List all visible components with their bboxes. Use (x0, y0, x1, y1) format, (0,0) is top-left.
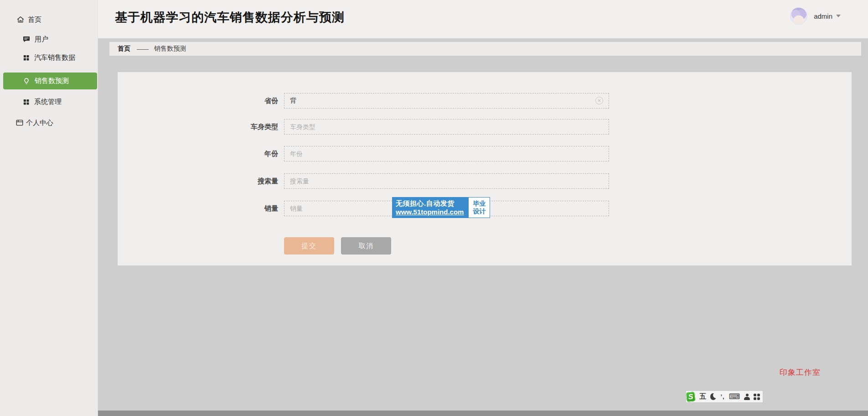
chevron-down-icon (836, 15, 841, 17)
watermark-badge-line1: 毕业 (473, 200, 486, 208)
moon-icon[interactable] (710, 393, 717, 400)
province-input[interactable] (284, 93, 609, 109)
sidebar-item-label: 首页 (28, 16, 41, 24)
breadcrumb-home[interactable]: 首页 (118, 45, 130, 53)
sidebar-item-label: 销售数预测 (35, 77, 69, 85)
grid-icon (23, 99, 30, 105)
chat-icon (23, 36, 30, 43)
sidebar-item-label: 个人中心 (26, 119, 53, 127)
body-type-label: 车身类型 (118, 119, 278, 135)
sidebar-item-users[interactable]: 用户 (0, 31, 98, 47)
sidebar-item-home[interactable]: 首页 (0, 11, 98, 28)
year-label: 年份 (118, 146, 278, 161)
sogou-logo-icon[interactable]: S (686, 391, 696, 402)
sidebar: 首页 用户 汽车销售数据 销售数预测 系统管理 (0, 0, 98, 416)
cancel-button[interactable]: 取消 (341, 237, 391, 255)
toolbox-grid-icon[interactable] (754, 394, 760, 400)
bottom-strip (98, 411, 868, 416)
person-icon[interactable] (744, 394, 749, 400)
sidebar-item-sales-prediction-active[interactable]: 销售数预测 (3, 73, 97, 89)
submit-button[interactable]: 提交 (284, 237, 334, 255)
ime-mode-wubi[interactable]: 五 (699, 392, 706, 401)
sidebar-item-system-admin[interactable]: 系统管理 (0, 94, 98, 110)
form-row-body-type: 车身类型 (118, 119, 852, 135)
page: 首页 用户 汽车销售数据 销售数预测 系统管理 (0, 0, 868, 416)
grid-icon (23, 54, 30, 61)
page-title: 基于机器学习的汽车销售数据分析与预测 (115, 9, 345, 26)
studio-credit: 印象工作室 (780, 367, 821, 378)
prediction-form-card: 省份 ✕ 车身类型 年份 搜索量 销量 提交 取消 (118, 72, 852, 265)
search-volume-label: 搜索量 (118, 173, 278, 189)
username: admin (814, 12, 832, 20)
punctuation-icon[interactable]: ’, (720, 393, 724, 400)
form-buttons: 提交 取消 (284, 237, 391, 255)
year-input[interactable] (284, 146, 609, 161)
sidebar-item-personal-center[interactable]: 个人中心 (0, 114, 98, 131)
breadcrumb: 首页 —— 销售数预测 (109, 42, 861, 56)
body-type-input[interactable] (284, 119, 609, 135)
keyboard-icon[interactable]: ⌨ (729, 393, 740, 400)
avatar[interactable] (790, 7, 807, 25)
watermark-badge: 毕业 设计 (468, 197, 490, 218)
watermark-url-link[interactable]: www.51topmind.com (396, 208, 464, 216)
form-row-search-volume: 搜索量 (118, 173, 852, 189)
sidebar-item-label: 系统管理 (34, 98, 62, 106)
profile-card-icon (16, 119, 24, 127)
watermark-ad-text: 无须担心.自动发货 www.51topmind.com (392, 197, 468, 218)
home-icon (16, 16, 25, 24)
clear-input-icon[interactable]: ✕ (595, 97, 603, 104)
watermark-line1: 无须担心.自动发货 (396, 199, 464, 208)
breadcrumb-current: 销售数预测 (154, 45, 186, 53)
form-row-province: 省份 ✕ (118, 93, 852, 109)
sidebar-item-car-sales-data[interactable]: 汽车销售数据 (0, 49, 98, 66)
sales-volume-label: 销量 (118, 201, 278, 216)
form-row-year: 年份 (118, 146, 852, 161)
header: 基于机器学习的汽车销售数据分析与预测 admin (98, 0, 868, 38)
ime-toolbar: S 五 ’, ⌨ (686, 390, 763, 403)
search-volume-input[interactable] (284, 173, 609, 189)
bulb-icon (23, 78, 30, 85)
sidebar-item-label: 用户 (35, 35, 48, 44)
breadcrumb-separator: —— (137, 45, 148, 52)
province-label: 省份 (118, 93, 278, 109)
watermark-ad: 无须担心.自动发货 www.51topmind.com 毕业 设计 (392, 197, 490, 218)
sidebar-item-label: 汽车销售数据 (34, 53, 75, 62)
user-menu[interactable]: admin (790, 6, 841, 26)
watermark-badge-line2: 设计 (473, 208, 486, 216)
